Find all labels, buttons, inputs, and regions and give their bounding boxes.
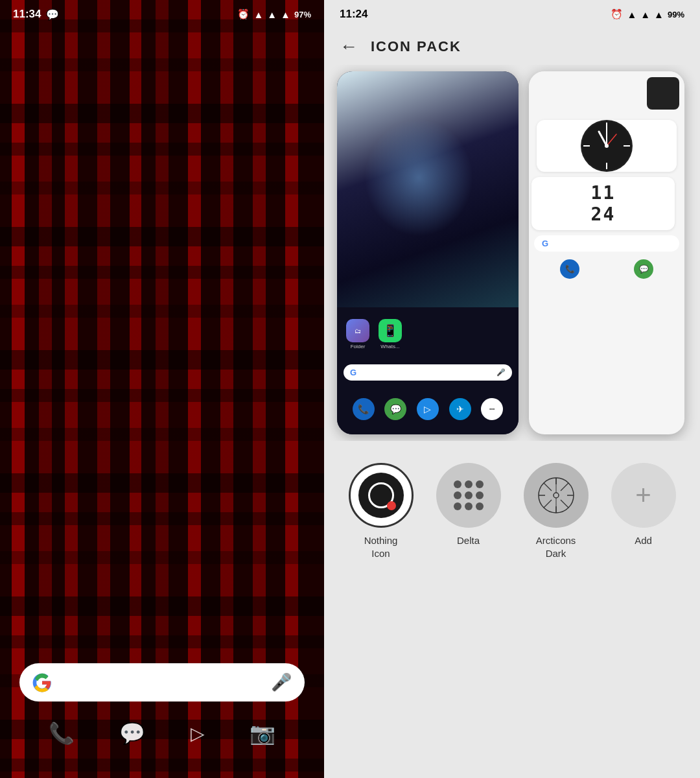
preview-phone-icon: 📞 xyxy=(353,398,375,420)
preview-bottom: 🗂 Folder 📱 Whats... G 🎤 📞 💬 ▷ xyxy=(337,307,519,434)
left-status-bar: 11:34 💬 ⏰ ▲ ▲ ▲ 97% xyxy=(0,0,324,26)
left-panel: 11:34 💬 ⏰ ▲ ▲ ▲ 97% 🎤 📞 💬 ▷ � xyxy=(0,0,324,778)
right-signal1-icon: ▲ xyxy=(640,9,650,20)
play-dock-icon[interactable]: ▷ xyxy=(191,723,205,744)
svg-point-8 xyxy=(605,144,609,148)
nothing-icon-circle xyxy=(349,463,414,528)
right-panel: 11:24 ⏰ ▲ ▲ ▲ 99% ← ICON PACK 🗂 Folder xyxy=(324,0,700,778)
camera-dock-icon[interactable]: 📷 xyxy=(250,721,275,746)
right-status-bar: 11:24 ⏰ ▲ ▲ ▲ 99% xyxy=(324,0,700,26)
icon-pack-arcticons[interactable]: ArcticonsDark xyxy=(524,463,589,560)
preview2-clock-container xyxy=(529,115,684,177)
nothing-logo xyxy=(358,473,404,518)
preview-app-row: 🗂 Folder 📱 Whats... xyxy=(344,319,512,349)
preview-search-bar: G 🎤 xyxy=(344,364,512,381)
icon-pack-add[interactable]: + Add xyxy=(611,463,676,547)
google-search-bar[interactable]: 🎤 xyxy=(19,663,305,701)
page-title: ICON PACK xyxy=(371,38,461,55)
preview2-search-bar: G xyxy=(534,235,679,252)
signal-icon2: ▲ xyxy=(281,9,290,20)
icon-pack-delta[interactable]: Delta xyxy=(436,463,501,547)
preview-play-icon: ▷ xyxy=(417,398,439,420)
arcticons-label: ArcticonsDark xyxy=(536,534,576,560)
google-g-logo xyxy=(32,673,52,692)
right-battery-text: 99% xyxy=(668,10,684,19)
whatsapp-icon: 💬 xyxy=(46,8,59,21)
delta-dots-grid xyxy=(451,478,486,513)
preview2-dock: 📞 💬 xyxy=(529,257,684,281)
left-bottom-area: 🎤 📞 💬 ▷ 📷 xyxy=(0,650,324,778)
preview-dock: 📞 💬 ▷ ✈ ••• xyxy=(344,395,512,423)
svg-point-10 xyxy=(554,493,559,498)
right-alarm-icon: ⏰ xyxy=(611,8,623,20)
preview-dots-icon: ••• xyxy=(481,398,503,420)
preview-folder-icon: 🗂 Folder xyxy=(346,319,369,349)
dock: 📞 💬 ▷ 📷 xyxy=(19,721,305,746)
nothing-red-dot xyxy=(387,501,396,510)
message-dock-icon[interactable]: 💬 xyxy=(119,721,145,746)
left-status-icons: ⏰ ▲ ▲ ▲ 97% xyxy=(237,8,311,20)
nothing-icon-label: NothingIcon xyxy=(364,534,398,560)
preview2-phone-icon: 📞 xyxy=(560,259,579,279)
svg-line-18 xyxy=(561,500,568,508)
phone-dock-icon[interactable]: 📞 xyxy=(49,721,75,746)
left-status-time-section: 11:34 💬 xyxy=(13,8,59,21)
svg-line-19 xyxy=(561,483,568,491)
preview2-small-widget xyxy=(647,77,679,110)
phone-preview-2[interactable]: 1124 G 📞 💬 xyxy=(529,71,684,434)
preview-msg-icon: 💬 xyxy=(384,398,406,420)
preview2-analog-clock xyxy=(537,120,677,172)
left-time: 11:34 xyxy=(13,8,41,21)
right-signal2-icon: ▲ xyxy=(654,9,664,20)
delta-label: Delta xyxy=(457,534,480,547)
preview-area: 🗂 Folder 📱 Whats... G 🎤 📞 💬 ▷ xyxy=(324,65,700,441)
right-time: 11:24 xyxy=(340,8,368,21)
arcticons-icon-circle xyxy=(524,463,589,528)
delta-icon-circle xyxy=(436,463,501,528)
svg-line-20 xyxy=(544,500,552,508)
preview-telegram-icon: ✈ xyxy=(449,398,471,420)
svg-line-17 xyxy=(544,483,552,491)
arcticons-symbol xyxy=(537,476,576,515)
right-wifi-icon: ▲ xyxy=(627,9,636,20)
icon-pack-nothing[interactable]: NothingIcon xyxy=(349,463,414,560)
battery-text: 97% xyxy=(294,10,311,19)
back-button[interactable]: ← xyxy=(340,36,358,57)
add-plus-icon: + xyxy=(635,480,651,511)
top-bar: ← ICON PACK xyxy=(324,26,700,65)
signal-icon1: ▲ xyxy=(267,9,277,20)
preview2-top xyxy=(529,71,684,115)
preview2-digital-clock: 1124 xyxy=(531,177,675,230)
alarm-icon: ⏰ xyxy=(237,8,250,20)
phone-preview-1[interactable]: 🗂 Folder 📱 Whats... G 🎤 📞 💬 ▷ xyxy=(337,71,519,434)
preview2-msg-icon: 💬 xyxy=(634,259,653,279)
add-label: Add xyxy=(635,534,652,547)
mic-icon[interactable]: 🎤 xyxy=(271,672,292,692)
right-status-icons: ⏰ ▲ ▲ ▲ 99% xyxy=(611,8,684,20)
icon-pack-selector: NothingIcon Delta xyxy=(324,447,700,572)
preview-wallpaper xyxy=(337,71,519,307)
preview-whatsapp-icon: 📱 Whats... xyxy=(379,319,402,349)
wifi-icon: ▲ xyxy=(253,9,263,20)
clock-face xyxy=(581,120,633,172)
add-icon-circle: + xyxy=(611,463,676,528)
